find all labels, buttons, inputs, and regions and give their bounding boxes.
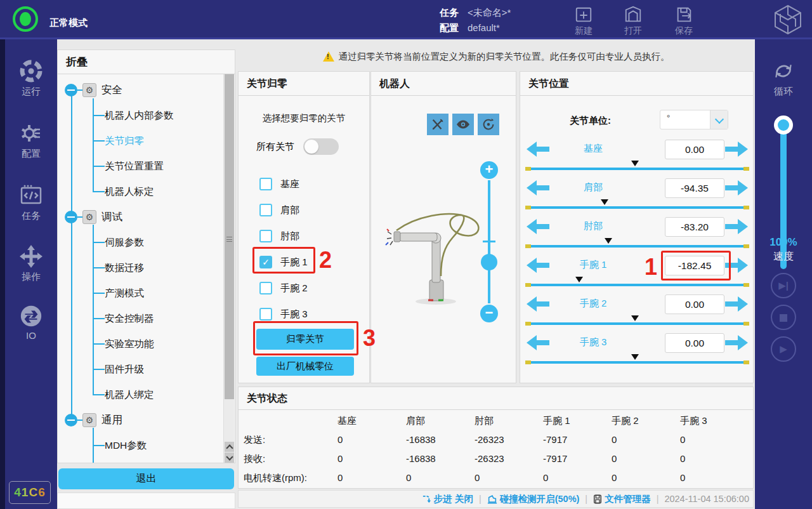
save-button[interactable]: 保存 (664, 5, 704, 37)
tree-item-joint-zeroing[interactable]: 关节归零 (58, 128, 219, 154)
tree-item-production-test-mode[interactable]: 产测模式 (58, 281, 219, 306)
jog-minus-button[interactable] (527, 180, 549, 196)
checkbox-shoulder[interactable]: 肩部 (259, 204, 299, 216)
jog-plus-button[interactable] (725, 180, 748, 196)
sidebar-item-operate[interactable]: 操作 (5, 244, 57, 283)
tree-node-general[interactable]: ⚙通用 (58, 407, 219, 433)
sidebar-item-run[interactable]: 运行 (5, 58, 57, 98)
cycle-control[interactable]: 循环 (755, 60, 812, 98)
tree-item-robot-internal-params[interactable]: 机器人内部参数 (58, 103, 219, 128)
jog-minus-button[interactable] (527, 141, 549, 157)
joint-slider[interactable] (525, 357, 749, 364)
checkbox-icon[interactable] (259, 178, 272, 190)
joint-label[interactable]: 肘部 (558, 220, 628, 232)
joint-label[interactable]: 肩部 (558, 182, 628, 194)
tree-node-safety[interactable]: ⚙安全 (58, 77, 219, 103)
scroll-down-button[interactable] (225, 453, 234, 463)
gear-icon: ⚙ (82, 83, 96, 97)
robot-3d-view[interactable] (377, 180, 485, 313)
jog-plus-button[interactable] (725, 334, 748, 351)
tree-item-mdh-params[interactable]: MDH参数 (58, 433, 219, 458)
speed-slider-handle[interactable] (774, 116, 793, 135)
stop-button[interactable] (771, 305, 796, 330)
slider-marker[interactable] (631, 315, 639, 321)
joint-label[interactable]: 手腕 1 (558, 259, 628, 271)
factory-zero-button[interactable]: 出厂机械零位 (256, 357, 354, 376)
tree-scrollbar[interactable] (223, 74, 234, 463)
joint-value-input[interactable]: 0.00 (665, 140, 724, 159)
tree-item-joint-position-reset[interactable]: 关节位置重置 (58, 154, 219, 179)
jog-plus-button[interactable] (725, 141, 748, 157)
jog-minus-button[interactable] (527, 257, 549, 274)
checkbox-icon[interactable] (259, 282, 272, 294)
collapse-icon[interactable] (65, 84, 77, 96)
reset-view-button[interactable] (478, 114, 499, 135)
collapse-icon[interactable] (65, 211, 77, 223)
play-button[interactable]: ▶ (771, 336, 796, 362)
visibility-button[interactable] (452, 114, 474, 135)
checkbox-icon[interactable] (259, 230, 272, 242)
view-zoom-handle[interactable] (481, 254, 497, 270)
joint-unit-select[interactable]: ° (660, 110, 728, 129)
tree-title[interactable]: 折叠 (58, 50, 235, 74)
joint-label[interactable]: 手腕 2 (558, 298, 628, 310)
sidebar-item-config[interactable]: 配置 (5, 121, 57, 160)
collision-detect-indicator[interactable]: 碰撞检测开启(50%) (487, 493, 580, 505)
tools-button[interactable] (427, 114, 449, 135)
sidebar-item-task[interactable]: 任务 (5, 183, 57, 222)
checkbox-wrist2[interactable]: 手腕 2 (259, 282, 308, 294)
checkbox-icon[interactable] (259, 204, 272, 216)
jog-minus-button[interactable] (527, 218, 549, 235)
exit-button[interactable]: 退出 (58, 468, 234, 489)
annotation-box-2 (252, 247, 315, 274)
zoom-in-button[interactable]: + (480, 161, 498, 179)
zoom-out-button[interactable]: − (480, 305, 498, 322)
tree-item-lab-features[interactable]: 实验室功能 (58, 331, 219, 357)
scroll-up-button[interactable] (225, 442, 234, 452)
checkbox-icon[interactable] (259, 308, 272, 321)
joint-row-wrist3: 手腕 3 0.00 (520, 333, 754, 354)
jog-plus-button[interactable] (725, 296, 748, 312)
joint-slider[interactable] (525, 318, 749, 326)
joint-value-input[interactable]: 0.00 (665, 294, 724, 314)
joint-slider[interactable] (525, 163, 749, 171)
slider-marker[interactable] (575, 277, 583, 282)
tree-item-robot-calibration[interactable]: 机器人标定 (58, 179, 219, 204)
joint-value-input[interactable]: -83.20 (665, 217, 724, 237)
checkbox-wrist3[interactable]: 手腕 3 (259, 308, 308, 321)
tree-item-safety-controller[interactable]: 安全控制器 (58, 306, 219, 331)
joint-value-input[interactable]: -94.35 (665, 178, 724, 198)
slider-marker[interactable] (631, 354, 639, 360)
new-button[interactable]: 新建 (563, 5, 604, 37)
tree-node-debug[interactable]: ⚙调试 (58, 204, 219, 230)
run-icon (5, 58, 57, 84)
joint-label[interactable]: 手腕 3 (558, 336, 628, 348)
file-manager-link[interactable]: 文件管理器 (593, 493, 651, 505)
sidebar-item-io[interactable]: IO (5, 304, 57, 341)
joint-value-input[interactable]: 0.00 (665, 333, 724, 353)
joint-slider[interactable] (525, 202, 749, 209)
slider-marker[interactable] (605, 238, 612, 244)
checkbox-base[interactable]: 基座 (259, 178, 299, 190)
step-forward-button[interactable]: ▶| (771, 273, 796, 298)
config-value: default* (468, 22, 500, 33)
tree-item-firmware-upgrade[interactable]: 固件升级 (58, 357, 219, 382)
slider-marker[interactable] (601, 199, 608, 205)
scrollbar-thumb[interactable] (225, 74, 234, 399)
tree-item-servo-params[interactable]: 伺服参数 (58, 230, 219, 255)
slider-marker[interactable] (631, 161, 639, 166)
open-button[interactable]: 打开 (613, 5, 653, 37)
step-mode-indicator[interactable]: 步进 关闭 (422, 493, 473, 505)
checkbox-elbow[interactable]: 肘部 (259, 230, 299, 242)
joint-slider[interactable] (525, 241, 749, 248)
task-value: <未命名>* (468, 7, 511, 18)
tree-item-robot-binding[interactable]: 机器人绑定 (58, 382, 219, 407)
jog-plus-button[interactable] (725, 218, 748, 235)
joint-unit-label: 关节单位: (570, 115, 611, 127)
tree-item-data-migration[interactable]: 数据迁移 (58, 255, 219, 281)
joint-label[interactable]: 基座 (558, 143, 628, 155)
all-joints-toggle[interactable] (303, 138, 339, 155)
jog-minus-button[interactable] (527, 334, 549, 351)
collapse-icon[interactable] (65, 414, 77, 426)
jog-minus-button[interactable] (527, 296, 549, 312)
